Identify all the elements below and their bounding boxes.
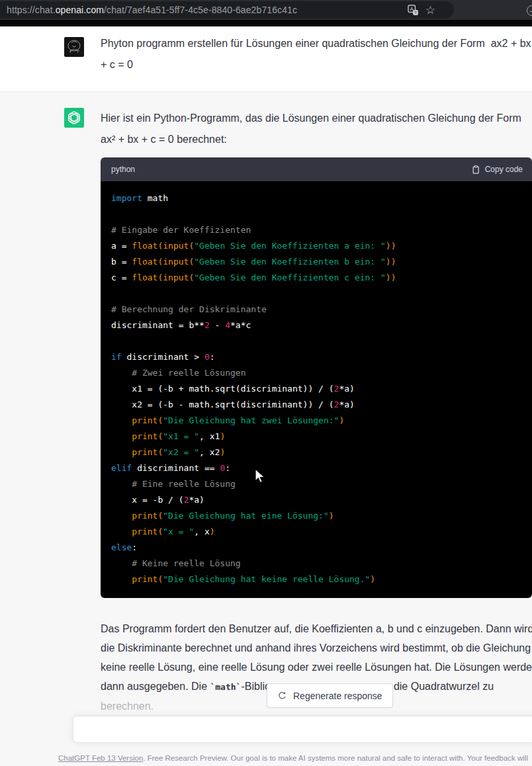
bookmark-star-icon[interactable]: ☆	[425, 5, 435, 16]
code-line: elif discriminant == 0:	[111, 460, 521, 476]
chat-message-input[interactable]	[73, 716, 532, 743]
profile-circle-icon[interactable]	[527, 5, 532, 16]
browser-toolbar: 2 https://chat.openai.com/chat/7aef4a51-…	[0, 0, 532, 20]
copy-code-button[interactable]: Copy code	[470, 165, 523, 175]
code-line: # Berechnung der Diskriminante	[111, 302, 521, 318]
clipboard-icon	[470, 165, 480, 175]
code-block: python Copy code import math # Eingabe d…	[101, 157, 532, 598]
assistant-intro-text: Hier ist ein Python-Programm, das die Lö…	[101, 108, 532, 150]
code-line: # Keine reelle Lösung	[111, 556, 521, 572]
inline-code-math: `math`	[210, 682, 241, 692]
code-line: print("x2 = ", x2)	[111, 445, 521, 460]
code-line: x = -b / (2*a)	[111, 492, 521, 508]
code-line: else:	[111, 540, 521, 556]
code-line: x2 = (-b - math.sqrt(discriminant)) / (2…	[111, 397, 521, 413]
code-body: import math # Eingabe der Koeffizientena…	[101, 181, 532, 598]
user-message-row: Phyton programm erstellen für Lösungen e…	[0, 26, 532, 92]
code-line: c = float(input("Geben Sie den Koeffizie…	[111, 270, 521, 286]
refresh-icon	[277, 691, 287, 701]
browser-window: 2 https://chat.openai.com/chat/7aef4a51-…	[0, 0, 532, 766]
user-avatar	[64, 37, 84, 57]
code-line: a = float(input("Geben Sie den Koeffizie…	[111, 238, 521, 254]
code-language-label: python	[111, 165, 135, 174]
chatgpt-logo-icon	[64, 108, 84, 128]
regenerate-response-button[interactable]: Regenerate response	[267, 683, 393, 708]
code-line: # Eingabe der Koeffizienten	[111, 222, 521, 238]
window-divider	[0, 20, 532, 26]
code-line: b = float(input("Geben Sie den Koeffizie…	[111, 254, 521, 270]
code-line	[111, 206, 521, 222]
code-line: print("Die Gleichung hat keine reelle Lö…	[111, 572, 521, 587]
version-link[interactable]: ChatGPT Feb 13 Version	[58, 754, 143, 762]
code-line: print("Die Gleichung hat zwei Lösungen:"…	[111, 413, 521, 429]
code-line: print("x1 = ", x1)	[111, 429, 521, 445]
code-block-header: python Copy code	[101, 157, 532, 181]
code-line: if discriminant > 0:	[111, 349, 521, 365]
code-line: # Eine reelle Lösung	[111, 476, 521, 492]
url-address-bar[interactable]: 2 https://chat.openai.com/chat/7aef4a51-…	[0, 1, 454, 19]
code-line: discriminant = b**2 - 4*a*c	[111, 318, 521, 333]
translate-icon[interactable]: A ?	[408, 5, 419, 16]
code-line: print("x = ", x)	[111, 524, 521, 540]
user-message-text: Phyton programm erstellen für Lösungen e…	[101, 33, 532, 75]
assistant-message-row: Hier ist ein Python-Programm, das die Lö…	[0, 93, 532, 766]
page-url: https://chat.openai.com/chat/7aef4a51-5f…	[7, 5, 297, 15]
code-line: # Zwei reelle Lösungen	[111, 365, 521, 381]
code-line: print("Die Gleichung hat eine Lösung:")	[111, 508, 521, 524]
url-domain: openai.com	[56, 5, 104, 15]
code-line	[111, 333, 521, 349]
code-line: x1 = (-b + math.sqrt(discriminant)) / (2…	[111, 381, 521, 397]
footer-disclaimer: ChatGPT Feb 13 Version. Free Research Pr…	[58, 754, 532, 762]
code-line	[111, 286, 521, 302]
code-line: import math	[111, 191, 521, 206]
